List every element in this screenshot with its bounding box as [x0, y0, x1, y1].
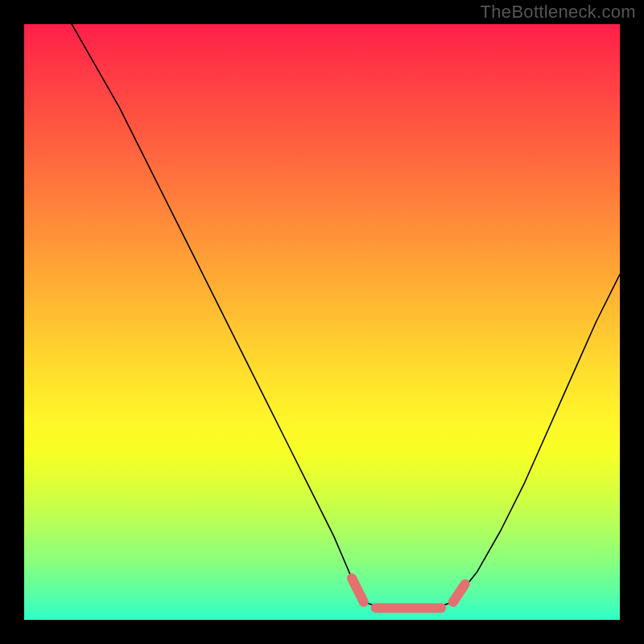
chart-frame: TheBottleneck.com [0, 0, 644, 644]
watermark-text: TheBottleneck.com [481, 2, 636, 23]
curve-line [72, 24, 620, 611]
chart-svg [24, 24, 620, 620]
highlight-left-pink-tick [352, 578, 364, 602]
plot-area [24, 24, 620, 620]
highlight-right-pink-tick [453, 584, 465, 602]
